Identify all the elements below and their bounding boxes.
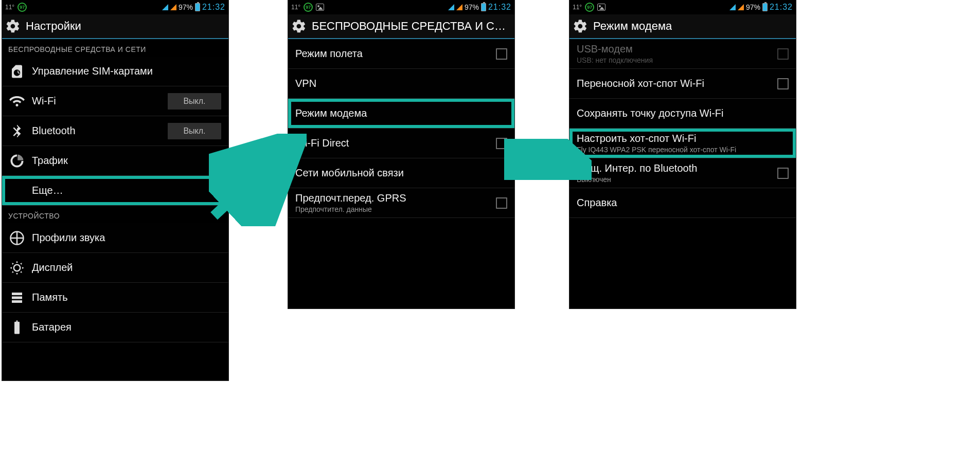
sim-card-icon	[9, 64, 25, 79]
row-battery[interactable]: Батарея	[2, 313, 228, 342]
row-label: Память	[32, 292, 221, 303]
screen-header[interactable]: Режим модема	[569, 14, 796, 39]
status-bar: 11° 97 97% 21:32	[2, 0, 228, 14]
row-label: Справка	[577, 197, 789, 209]
row-wifi-direct[interactable]: Wi-Fi Direct	[288, 129, 514, 158]
settings-gear-icon	[291, 19, 307, 34]
phone-screenshot-3: 11° 97 97% 21:32 Режим модема USB-модем …	[569, 0, 796, 308]
row-label: Переносной хот-спот Wi-Fi	[577, 78, 770, 89]
circle-badge-icon: 97	[304, 3, 313, 12]
row-label: Еще…	[32, 185, 221, 196]
usb-tether-checkbox	[777, 48, 789, 60]
display-icon	[9, 260, 25, 276]
gallery-icon	[597, 4, 605, 11]
temperature-indicator: 11°	[5, 4, 14, 11]
wifi-direct-checkbox[interactable]	[496, 138, 507, 149]
settings-gear-icon	[573, 19, 588, 34]
wifi-icon	[9, 94, 25, 109]
row-label: Wi-Fi Direct	[295, 137, 489, 149]
storage-icon	[9, 290, 25, 305]
row-label: Предпочт.перед. GPRS	[295, 192, 489, 204]
section-header-wireless: БЕСПРОВОДНЫЕ СРЕДСТВА И СЕТИ	[2, 39, 228, 57]
row-usb-tether: USB-модем USB: нет подключения	[569, 39, 796, 69]
signal-icon	[448, 4, 454, 10]
battery-percent: 97%	[746, 3, 760, 11]
bluetooth-icon	[9, 123, 25, 139]
clock: 21:32	[488, 3, 511, 12]
row-sublabel: Выключен	[577, 175, 770, 184]
row-keep-hotspot[interactable]: Сохранять точку доступа Wi-Fi	[569, 99, 796, 129]
temperature-indicator: 11°	[291, 4, 300, 11]
row-bluetooth-sharing[interactable]: Общ. Интер. по Bluetooth Выключен	[569, 158, 796, 188]
circle-badge-icon: 97	[17, 3, 27, 12]
sound-icon	[9, 230, 25, 246]
row-tethering[interactable]: Режим модема	[288, 99, 514, 129]
phone-screenshot-1: 11° 97 97% 21:32 Настройки БЕСПРОВОДНЫЕ …	[2, 0, 228, 380]
row-label: Профили звука	[32, 232, 221, 244]
row-vpn[interactable]: VPN	[288, 69, 514, 99]
row-label: Bluetooth	[32, 125, 161, 137]
row-label: Режим полета	[295, 48, 489, 60]
row-sublabel: Предпочтител. данные	[295, 205, 489, 213]
clock: 21:32	[202, 3, 225, 12]
temperature-indicator: 11°	[573, 4, 582, 11]
bt-sharing-checkbox[interactable]	[777, 168, 789, 179]
clock: 21:32	[770, 3, 793, 12]
settings-gear-icon	[5, 19, 21, 34]
data-usage-icon	[9, 153, 25, 169]
row-airplane-mode[interactable]: Режим полета	[288, 39, 514, 69]
row-configure-hotspot[interactable]: Настроить хот-спот Wi-Fi Fly IQ443 WPA2 …	[569, 129, 796, 158]
row-storage[interactable]: Память	[2, 283, 228, 313]
row-label: Режим модема	[295, 107, 507, 119]
row-help[interactable]: Справка	[569, 188, 796, 218]
signal-icon	[170, 4, 176, 10]
row-sim-management[interactable]: Управление SIM-картами	[2, 57, 228, 86]
circle-badge-icon: 97	[585, 3, 594, 12]
row-wifi[interactable]: Wi-Fi Выкл.	[2, 86, 228, 116]
row-label: Управление SIM-картами	[32, 65, 221, 77]
status-bar: 11° 97 97% 21:32	[288, 0, 514, 14]
battery-percent: 97%	[465, 3, 479, 11]
row-label: Общ. Интер. по Bluetooth	[577, 162, 770, 174]
phone-screenshot-2: 11° 97 97% 21:32 БЕСПРОВОДНЫЕ СРЕДСТВА И…	[288, 0, 514, 308]
blank-icon	[9, 183, 25, 198]
row-label: Дисплей	[32, 262, 221, 274]
battery-icon	[762, 3, 768, 11]
battery-icon	[481, 3, 486, 11]
row-label: Трафик	[32, 155, 221, 167]
battery-icon	[9, 320, 25, 335]
row-sublabel: Fly IQ443 WPA2 PSK переносной хот-спот W…	[577, 146, 789, 154]
signal-icon	[738, 4, 744, 10]
signal-icon	[162, 4, 168, 10]
row-sublabel: USB: нет подключения	[577, 56, 770, 64]
battery-percent: 97%	[179, 3, 193, 11]
row-label: Батарея	[32, 321, 221, 333]
row-more[interactable]: Еще…	[2, 176, 228, 206]
row-mobile-networks[interactable]: Сети мобильной связи	[288, 158, 514, 188]
screen-title: БЕСПРОВОДНЫЕ СРЕДСТВА И СЕ…	[312, 20, 510, 33]
status-bar: 11° 97 97% 21:32	[569, 0, 796, 14]
row-preferred-gprs[interactable]: Предпочт.перед. GPRS Предпочтител. данны…	[288, 188, 514, 218]
bluetooth-toggle[interactable]: Выкл.	[168, 123, 221, 139]
row-label: USB-модем	[577, 43, 770, 55]
row-bluetooth[interactable]: Bluetooth Выкл.	[2, 116, 228, 146]
screen-header: Настройки	[2, 14, 228, 39]
hotspot-checkbox[interactable]	[777, 78, 789, 89]
signal-icon	[729, 4, 736, 10]
wifi-toggle[interactable]: Выкл.	[168, 93, 221, 110]
gallery-icon	[316, 4, 324, 11]
airplane-checkbox[interactable]	[496, 48, 507, 60]
row-label: Сохранять точку доступа Wi-Fi	[577, 107, 789, 119]
row-portable-hotspot[interactable]: Переносной хот-спот Wi-Fi	[569, 69, 796, 99]
battery-icon	[195, 3, 200, 11]
row-sound-profiles[interactable]: Профили звука	[2, 223, 228, 253]
row-display[interactable]: Дисплей	[2, 253, 228, 283]
signal-icon	[456, 4, 462, 10]
screen-title: Режим модема	[593, 20, 672, 33]
section-header-device: УСТРОЙСТВО	[2, 206, 228, 223]
screen-title: Настройки	[26, 20, 81, 33]
row-label: Сети мобильной связи	[295, 167, 507, 179]
gprs-checkbox[interactable]	[496, 197, 507, 209]
screen-header[interactable]: БЕСПРОВОДНЫЕ СРЕДСТВА И СЕ…	[288, 14, 514, 39]
row-data-usage[interactable]: Трафик	[2, 146, 228, 176]
